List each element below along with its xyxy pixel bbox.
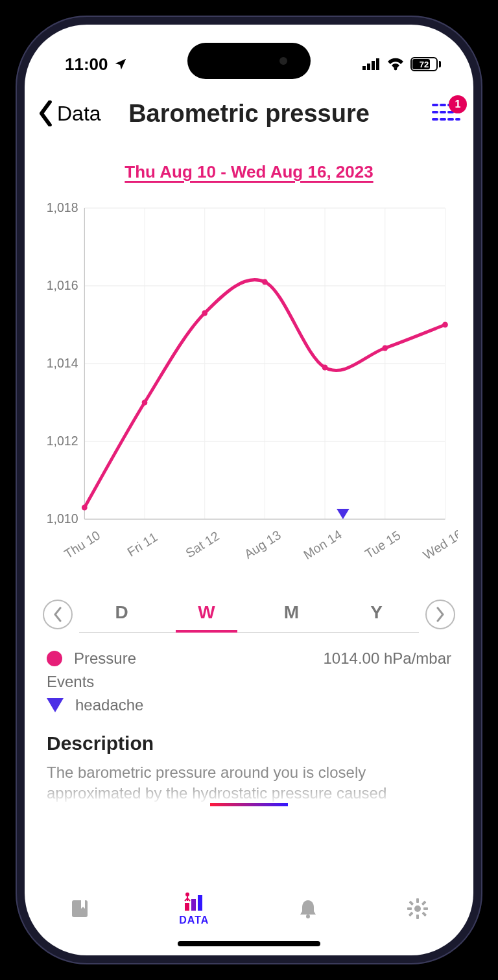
svg-point-34 [82,505,88,511]
svg-rect-53 [422,911,427,916]
svg-rect-52 [409,900,414,905]
back-label: Data [57,102,101,126]
svg-point-37 [262,279,268,285]
svg-rect-43 [191,899,196,911]
date-range-picker[interactable]: Thu Aug 10 - Wed Aug 16, 2023 [38,162,460,182]
wifi-icon [387,58,404,71]
home-indicator[interactable] [178,941,320,946]
svg-point-39 [382,345,388,351]
svg-rect-55 [409,911,414,916]
svg-rect-50 [407,907,412,910]
range-tab-w[interactable]: W [164,596,249,632]
legend-event-name: headache [75,696,143,714]
svg-text:1,014: 1,014 [47,356,78,370]
svg-text:Mon 14: Mon 14 [301,527,344,562]
range-tab-y[interactable]: Y [334,596,419,632]
svg-text:Wed 16: Wed 16 [421,526,458,562]
pressure-dot-icon [47,651,62,666]
description-body: The barometric pressure around you is cl… [47,762,451,804]
dynamic-island [187,43,311,79]
chevron-right-icon [435,607,445,622]
svg-text:1,016: 1,016 [47,278,78,292]
range-tab-d[interactable]: D [79,596,164,632]
cellular-icon [362,58,381,70]
back-button[interactable]: Data [38,100,101,126]
range-tabs: DWMY [79,596,419,633]
svg-point-46 [306,915,310,918]
range-tab-m[interactable]: M [249,596,334,632]
svg-rect-1 [367,64,370,70]
legend-pressure-label: Pressure [74,649,136,668]
svg-rect-2 [372,61,375,70]
chevron-left-icon [53,607,63,622]
tab-settings[interactable] [407,898,429,920]
svg-rect-51 [423,907,428,910]
legend-pressure-value: 1014.00 hPa/mbar [324,649,451,668]
svg-rect-54 [421,900,427,905]
svg-rect-44 [198,895,202,911]
svg-rect-48 [416,898,419,903]
chevron-left-icon [38,100,54,126]
tab-diary[interactable] [69,898,90,919]
svg-point-38 [322,365,328,371]
tab-alerts[interactable] [298,898,318,919]
filter-button[interactable]: 1 [432,102,460,125]
description-heading: Description [47,732,451,754]
svg-text:1,010: 1,010 [47,511,78,526]
svg-point-4 [394,67,397,71]
app-header: Data Barometric pressure 1 [38,91,460,136]
bell-icon [298,898,318,919]
svg-point-35 [142,400,148,406]
accent-strip [210,803,288,806]
next-period-button[interactable] [425,600,455,629]
svg-rect-3 [376,58,379,70]
gear-icon [407,898,429,920]
svg-point-36 [202,310,208,316]
svg-text:Fri 11: Fri 11 [124,530,160,559]
svg-text:1,012: 1,012 [47,434,78,448]
chart-legend: Pressure 1014.00 hPa/mbar Events headach… [47,649,451,714]
tab-data-label: DATA [179,915,209,926]
svg-point-40 [442,322,448,328]
svg-point-47 [414,905,421,912]
location-icon [113,57,128,71]
svg-point-45 [185,892,189,896]
pressure-chart[interactable]: 1,0101,0121,0141,0161,018Thu 10Fri 11Sat… [40,202,458,578]
tab-data[interactable]: DATA [179,891,209,926]
status-time: 11:00 [65,54,108,75]
svg-text:1,018: 1,018 [47,202,78,215]
prev-period-button[interactable] [43,600,73,629]
headache-triangle-icon [47,698,64,712]
svg-text:Aug 13: Aug 13 [242,528,283,561]
legend-events-label: Events [47,673,451,691]
svg-rect-49 [416,915,419,919]
svg-text:Sat 12: Sat 12 [183,528,221,561]
svg-text:Thu 10: Thu 10 [62,528,102,561]
svg-text:Tue 15: Tue 15 [362,528,403,561]
battery-icon: 72 [410,57,441,71]
bookmark-icon [69,898,90,919]
filter-badge: 1 [449,95,467,113]
svg-rect-0 [362,66,366,70]
data-chart-icon [182,891,206,911]
svg-rect-41 [72,900,88,917]
svg-rect-42 [185,903,189,911]
